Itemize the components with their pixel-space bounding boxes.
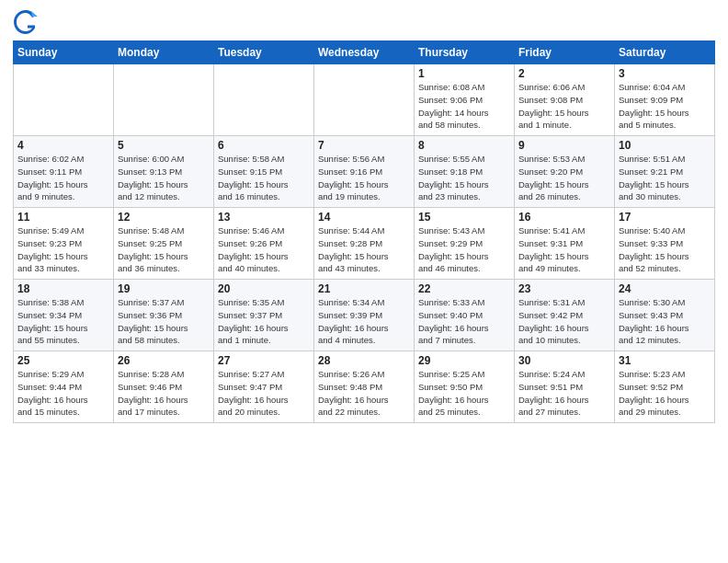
day-info: Sunrise: 5:27 AM Sunset: 9:47 PM Dayligh…	[218, 368, 310, 419]
calendar-cell: 25Sunrise: 5:29 AM Sunset: 9:44 PM Dayli…	[14, 351, 114, 423]
calendar-cell: 5Sunrise: 6:00 AM Sunset: 9:13 PM Daylig…	[114, 136, 214, 208]
day-info: Sunrise: 5:28 AM Sunset: 9:46 PM Dayligh…	[118, 368, 210, 419]
weekday-header: Saturday	[615, 41, 715, 64]
calendar-week-row: 1Sunrise: 6:08 AM Sunset: 9:06 PM Daylig…	[14, 64, 715, 136]
calendar-header-row: SundayMondayTuesdayWednesdayThursdayFrid…	[14, 41, 715, 64]
day-number: 9	[518, 139, 610, 152]
day-info: Sunrise: 5:48 AM Sunset: 9:25 PM Dayligh…	[118, 224, 210, 275]
day-info: Sunrise: 5:49 AM Sunset: 9:23 PM Dayligh…	[17, 224, 109, 275]
calendar-cell: 4Sunrise: 6:02 AM Sunset: 9:11 PM Daylig…	[14, 136, 114, 208]
day-info: Sunrise: 5:58 AM Sunset: 9:15 PM Dayligh…	[218, 153, 310, 203]
calendar-cell: 31Sunrise: 5:23 AM Sunset: 9:52 PM Dayli…	[615, 351, 715, 423]
weekday-header: Thursday	[415, 41, 515, 64]
day-number: 23	[518, 282, 610, 295]
calendar-cell: 9Sunrise: 5:53 AM Sunset: 9:20 PM Daylig…	[515, 136, 615, 208]
calendar-cell: 28Sunrise: 5:26 AM Sunset: 9:48 PM Dayli…	[314, 351, 415, 423]
calendar-cell: 14Sunrise: 5:44 AM Sunset: 9:28 PM Dayli…	[314, 208, 415, 280]
calendar-cell	[314, 64, 415, 136]
calendar-cell: 22Sunrise: 5:33 AM Sunset: 9:40 PM Dayli…	[415, 280, 515, 351]
calendar-cell: 6Sunrise: 5:58 AM Sunset: 9:15 PM Daylig…	[214, 136, 314, 208]
day-info: Sunrise: 5:33 AM Sunset: 9:40 PM Dayligh…	[418, 296, 510, 347]
day-info: Sunrise: 6:04 AM Sunset: 9:09 PM Dayligh…	[619, 81, 711, 132]
weekday-header: Monday	[114, 41, 214, 64]
day-number: 20	[218, 282, 310, 295]
calendar-cell: 8Sunrise: 5:55 AM Sunset: 9:18 PM Daylig…	[415, 136, 515, 208]
day-number: 4	[17, 139, 109, 152]
header	[13, 9, 715, 35]
calendar-cell: 26Sunrise: 5:28 AM Sunset: 9:46 PM Dayli…	[114, 351, 214, 423]
calendar-cell	[114, 64, 214, 136]
calendar-cell: 15Sunrise: 5:43 AM Sunset: 9:29 PM Dayli…	[415, 208, 515, 280]
weekday-header: Tuesday	[214, 41, 314, 64]
day-number: 24	[619, 282, 711, 295]
calendar-cell: 12Sunrise: 5:48 AM Sunset: 9:25 PM Dayli…	[114, 208, 214, 280]
day-number: 7	[318, 139, 410, 152]
calendar-week-row: 25Sunrise: 5:29 AM Sunset: 9:44 PM Dayli…	[14, 351, 715, 423]
calendar-cell: 20Sunrise: 5:35 AM Sunset: 9:37 PM Dayli…	[214, 280, 314, 351]
calendar-cell: 27Sunrise: 5:27 AM Sunset: 9:47 PM Dayli…	[214, 351, 314, 423]
svg-rect-0	[13, 9, 39, 35]
day-number: 29	[418, 354, 510, 367]
day-number: 6	[218, 139, 310, 152]
day-info: Sunrise: 6:08 AM Sunset: 9:06 PM Dayligh…	[418, 81, 510, 132]
calendar-cell	[214, 64, 314, 136]
day-info: Sunrise: 5:46 AM Sunset: 9:26 PM Dayligh…	[218, 224, 310, 275]
day-info: Sunrise: 5:31 AM Sunset: 9:42 PM Dayligh…	[518, 296, 610, 347]
day-number: 25	[17, 354, 109, 367]
calendar-cell: 18Sunrise: 5:38 AM Sunset: 9:34 PM Dayli…	[14, 280, 114, 351]
day-number: 16	[518, 211, 610, 224]
day-info: Sunrise: 5:41 AM Sunset: 9:31 PM Dayligh…	[518, 224, 610, 275]
day-info: Sunrise: 5:35 AM Sunset: 9:37 PM Dayligh…	[218, 296, 310, 347]
day-info: Sunrise: 5:43 AM Sunset: 9:29 PM Dayligh…	[418, 224, 510, 275]
calendar-cell: 16Sunrise: 5:41 AM Sunset: 9:31 PM Dayli…	[515, 208, 615, 280]
day-number: 19	[118, 282, 210, 295]
day-number: 5	[118, 139, 210, 152]
calendar-cell: 11Sunrise: 5:49 AM Sunset: 9:23 PM Dayli…	[14, 208, 114, 280]
calendar-cell	[14, 64, 114, 136]
day-info: Sunrise: 5:25 AM Sunset: 9:50 PM Dayligh…	[418, 368, 510, 419]
day-info: Sunrise: 6:00 AM Sunset: 9:13 PM Dayligh…	[118, 153, 210, 203]
logo-icon	[13, 9, 39, 35]
day-number: 11	[17, 211, 109, 224]
calendar-cell: 19Sunrise: 5:37 AM Sunset: 9:36 PM Dayli…	[114, 280, 214, 351]
calendar-cell: 10Sunrise: 5:51 AM Sunset: 9:21 PM Dayli…	[615, 136, 715, 208]
day-number: 18	[17, 282, 109, 295]
day-info: Sunrise: 6:02 AM Sunset: 9:11 PM Dayligh…	[17, 153, 109, 203]
day-info: Sunrise: 5:44 AM Sunset: 9:28 PM Dayligh…	[318, 224, 410, 275]
calendar-cell: 24Sunrise: 5:30 AM Sunset: 9:43 PM Dayli…	[615, 280, 715, 351]
day-number: 14	[318, 211, 410, 224]
day-info: Sunrise: 5:24 AM Sunset: 9:51 PM Dayligh…	[518, 368, 610, 419]
calendar-cell: 7Sunrise: 5:56 AM Sunset: 9:16 PM Daylig…	[314, 136, 415, 208]
calendar-cell: 30Sunrise: 5:24 AM Sunset: 9:51 PM Dayli…	[515, 351, 615, 423]
logo	[13, 9, 42, 35]
calendar-cell: 21Sunrise: 5:34 AM Sunset: 9:39 PM Dayli…	[314, 280, 415, 351]
day-info: Sunrise: 5:26 AM Sunset: 9:48 PM Dayligh…	[318, 368, 410, 419]
day-number: 13	[218, 211, 310, 224]
day-number: 30	[518, 354, 610, 367]
day-number: 26	[118, 354, 210, 367]
day-number: 1	[418, 67, 510, 80]
day-info: Sunrise: 5:29 AM Sunset: 9:44 PM Dayligh…	[17, 368, 109, 419]
day-info: Sunrise: 5:55 AM Sunset: 9:18 PM Dayligh…	[418, 153, 510, 203]
day-info: Sunrise: 5:38 AM Sunset: 9:34 PM Dayligh…	[17, 296, 109, 347]
weekday-header: Friday	[515, 41, 615, 64]
day-info: Sunrise: 5:34 AM Sunset: 9:39 PM Dayligh…	[318, 296, 410, 347]
calendar-cell: 23Sunrise: 5:31 AM Sunset: 9:42 PM Dayli…	[515, 280, 615, 351]
day-number: 17	[619, 211, 711, 224]
day-info: Sunrise: 5:40 AM Sunset: 9:33 PM Dayligh…	[619, 224, 711, 275]
calendar-page: SundayMondayTuesdayWednesdayThursdayFrid…	[0, 0, 728, 563]
weekday-header: Sunday	[14, 41, 114, 64]
day-number: 10	[619, 139, 711, 152]
day-info: Sunrise: 5:23 AM Sunset: 9:52 PM Dayligh…	[619, 368, 711, 419]
day-info: Sunrise: 5:30 AM Sunset: 9:43 PM Dayligh…	[619, 296, 711, 347]
calendar-week-row: 18Sunrise: 5:38 AM Sunset: 9:34 PM Dayli…	[14, 280, 715, 351]
weekday-header: Wednesday	[314, 41, 415, 64]
day-number: 28	[318, 354, 410, 367]
calendar-cell: 17Sunrise: 5:40 AM Sunset: 9:33 PM Dayli…	[615, 208, 715, 280]
day-number: 22	[418, 282, 510, 295]
calendar-cell: 1Sunrise: 6:08 AM Sunset: 9:06 PM Daylig…	[415, 64, 515, 136]
calendar-week-row: 4Sunrise: 6:02 AM Sunset: 9:11 PM Daylig…	[14, 136, 715, 208]
calendar-cell: 2Sunrise: 6:06 AM Sunset: 9:08 PM Daylig…	[515, 64, 615, 136]
calendar-table: SundayMondayTuesdayWednesdayThursdayFrid…	[13, 40, 715, 423]
day-info: Sunrise: 5:56 AM Sunset: 9:16 PM Dayligh…	[318, 153, 410, 203]
